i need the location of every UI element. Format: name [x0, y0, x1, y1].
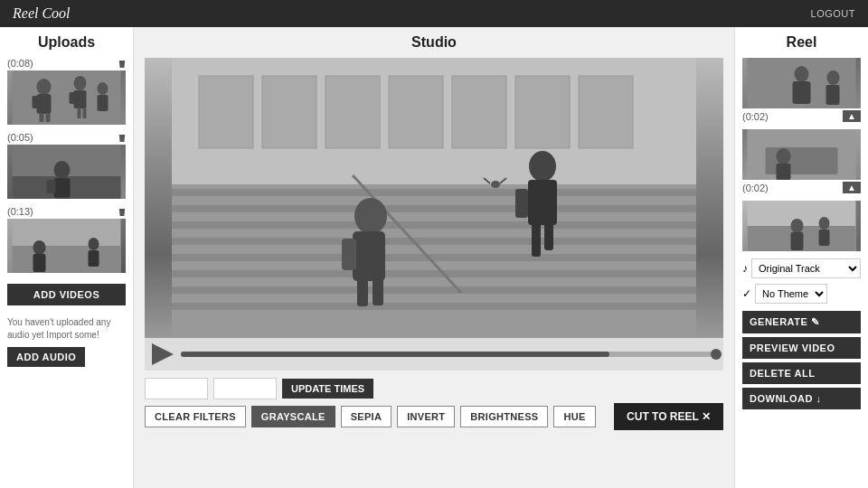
svg-point-69 [791, 219, 804, 233]
add-audio-button[interactable]: ADD AUDIO [7, 347, 85, 367]
thumb-svg [7, 145, 126, 199]
svg-point-50 [529, 151, 556, 182]
svg-rect-51 [528, 180, 557, 225]
svg-point-11 [98, 82, 108, 95]
svg-rect-72 [819, 230, 830, 246]
delete-icon[interactable] [118, 59, 126, 68]
svg-rect-62 [826, 85, 840, 105]
hue-filter-button[interactable]: HUE [553, 406, 595, 427]
theme-selector: ✓ No Theme [742, 284, 861, 304]
svg-rect-17 [47, 180, 56, 193]
thumb-svg [7, 219, 126, 273]
video-background [145, 58, 723, 338]
svg-point-70 [819, 217, 830, 230]
preview-video-button[interactable]: PREVIEW VIDEO [742, 337, 861, 359]
track-selector: ♪ Original Track [742, 258, 861, 278]
svg-rect-36 [172, 189, 696, 196]
svg-point-55 [491, 181, 500, 188]
upload-duration: (0:13) [7, 206, 33, 217]
upload-thumbnail [7, 70, 126, 125]
track-dropdown[interactable]: Original Track [751, 258, 861, 278]
svg-rect-66 [777, 164, 791, 180]
upload-thumbnail [7, 219, 126, 273]
reel-item[interactable]: (0:02) ▲ [742, 129, 861, 193]
svg-rect-10 [83, 108, 87, 118]
svg-rect-30 [326, 76, 380, 148]
play-button[interactable] [152, 343, 174, 365]
grayscale-filter-button[interactable]: GRAYSCALE [251, 406, 335, 427]
upload-item[interactable]: (0:13) [7, 206, 126, 273]
svg-rect-23 [33, 254, 46, 272]
svg-rect-47 [342, 239, 356, 270]
delete-icon[interactable] [118, 207, 126, 216]
reel-title: Reel [742, 34, 861, 51]
svg-point-61 [827, 70, 840, 85]
svg-point-59 [795, 66, 809, 82]
clear-filters-button[interactable]: CLEAR FILTERS [145, 406, 246, 427]
brightness-filter-button[interactable]: BRIGHTNESS [460, 406, 548, 427]
cut-to-reel-button[interactable]: CUT TO REEL ✕ [614, 403, 723, 430]
svg-rect-25 [89, 250, 99, 267]
svg-rect-60 [793, 81, 811, 104]
svg-rect-49 [373, 277, 383, 305]
delete-all-button[interactable]: DELETE ALL [742, 362, 861, 384]
reel-panel: Reel (0:02) ▲ [734, 27, 868, 488]
delete-icon[interactable] [118, 133, 126, 142]
progress-fill [181, 352, 609, 357]
svg-point-15 [54, 161, 71, 179]
svg-rect-40 [172, 254, 696, 261]
uploads-panel: Uploads (0:08) [0, 27, 134, 488]
invert-filter-button[interactable]: INVERT [397, 406, 455, 427]
sepia-filter-button[interactable]: SEPIA [341, 406, 392, 427]
svg-rect-53 [532, 222, 541, 257]
upload-item[interactable]: (0:05) [7, 132, 126, 199]
svg-rect-9 [78, 108, 81, 118]
main-layout: Uploads (0:08) [0, 27, 868, 488]
add-videos-button[interactable]: ADD VIDEOS [7, 284, 126, 305]
progress-handle[interactable] [711, 349, 722, 360]
svg-rect-37 [172, 205, 696, 212]
reel-item[interactable] [742, 201, 861, 251]
generate-button[interactable]: GENERATE ✎ [742, 311, 861, 333]
upload-item[interactable]: (0:08) [7, 58, 126, 125]
audio-placeholder-text: You haven't uploaded any audio yet Impor… [7, 316, 126, 342]
svg-rect-38 [172, 221, 696, 229]
svg-rect-8 [70, 92, 76, 104]
svg-point-45 [354, 198, 387, 234]
svg-rect-16 [54, 178, 71, 198]
reel-thumbnail [742, 201, 861, 251]
progress-bar[interactable] [181, 352, 716, 357]
audio-section: You haven't uploaded any audio yet Impor… [7, 316, 126, 367]
svg-rect-34 [579, 76, 633, 148]
reel-thumbnail [742, 129, 861, 180]
svg-rect-32 [452, 76, 506, 148]
svg-rect-3 [33, 96, 40, 108]
svg-rect-7 [74, 90, 87, 108]
time-input-start[interactable] [145, 378, 208, 399]
logout-button[interactable]: LOGOUT [811, 8, 855, 19]
reel-duration: (0:02) [742, 111, 769, 122]
svg-rect-46 [353, 231, 385, 281]
svg-rect-19 [64, 197, 70, 199]
svg-rect-41 [172, 270, 696, 277]
time-filter-row: UPDATE TIMES [145, 378, 723, 399]
reel-up-button[interactable]: ▲ [843, 182, 861, 193]
theme-dropdown[interactable]: No Theme [755, 284, 827, 304]
reel-item[interactable]: (0:02) ▲ [742, 58, 861, 122]
svg-point-1 [37, 79, 52, 95]
svg-point-65 [777, 148, 791, 164]
svg-rect-71 [791, 232, 804, 250]
reel-up-button[interactable]: ▲ [843, 110, 861, 122]
svg-rect-52 [515, 189, 528, 218]
video-viewport [145, 58, 723, 338]
time-input-end[interactable] [213, 378, 277, 399]
svg-rect-39 [172, 238, 696, 245]
svg-point-24 [89, 238, 99, 250]
update-times-button[interactable]: UPDATE TIMES [282, 379, 373, 399]
svg-rect-48 [357, 279, 368, 306]
svg-rect-4 [40, 113, 44, 122]
svg-rect-42 [172, 286, 696, 294]
music-icon: ♪ [742, 262, 748, 275]
download-button[interactable]: DOWNLOAD ↓ [742, 388, 861, 409]
svg-rect-21 [13, 246, 121, 273]
